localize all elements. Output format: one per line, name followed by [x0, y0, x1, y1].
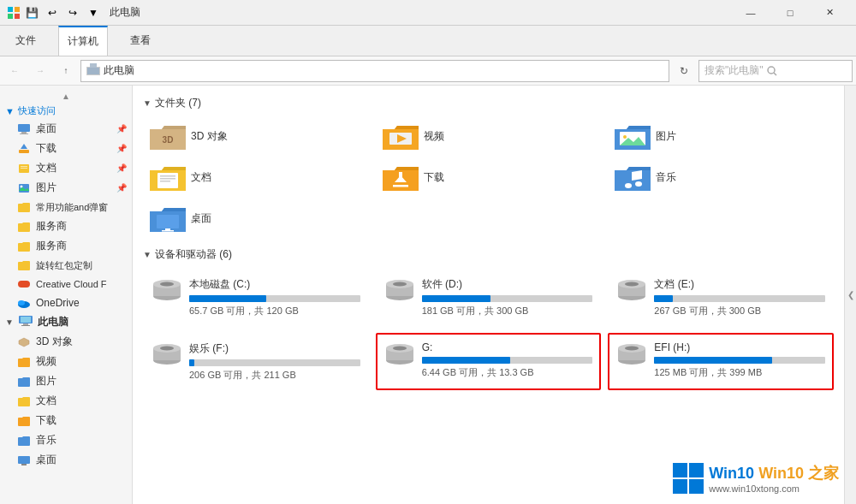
svg-rect-10 — [21, 132, 27, 133]
sidebar-item-pictures[interactable]: 图片 📌 — [0, 178, 132, 198]
svg-point-64 — [160, 282, 174, 287]
folder-pictures[interactable]: 图片 — [608, 117, 834, 155]
sidebar-item-music-label: 音乐 — [36, 433, 56, 448]
sidebar-item-vendor2[interactable]: 服务商 — [0, 236, 132, 256]
doc-folder-icon — [17, 394, 31, 408]
sidebar-quick-access-header[interactable]: ▼ 快速访问 — [0, 103, 132, 119]
undo-qat-btn[interactable]: ↩ — [43, 3, 62, 22]
sidebar-item-video[interactable]: 视频 — [0, 352, 132, 371]
ribbon-tab-file[interactable]: 文件 — [7, 26, 45, 56]
drive-d-name: 软件 (D:) — [422, 277, 593, 292]
sidebar-item-downloads[interactable]: 下载 📌 — [0, 139, 132, 158]
sidebar-item-creative-cloud[interactable]: Creative Cloud F — [0, 275, 132, 294]
drive-d[interactable]: 软件 (D:) 181 GB 可用，共 300 GB — [376, 269, 602, 326]
folder-video-icon — [383, 122, 417, 150]
sidebar-item-doc[interactable]: 文档 — [0, 391, 132, 411]
ribbon: 文件 计算机 查看 — [0, 26, 856, 56]
folder-video[interactable]: 视频 — [376, 117, 602, 155]
qat-more-btn[interactable]: ▼ — [84, 3, 103, 22]
close-button[interactable]: ✕ — [810, 0, 849, 26]
svg-rect-9 — [18, 124, 30, 132]
folder-music-icon — [615, 163, 649, 191]
drive-d-bar-fill — [422, 295, 490, 302]
drive-e-bar-bg — [654, 295, 825, 302]
drive-g[interactable]: G: 6.44 GB 可用，共 13.3 GB — [376, 333, 602, 390]
ribbon-tab-computer[interactable]: 计算机 — [58, 26, 108, 56]
pin-icon: 📌 — [116, 124, 127, 133]
address-box[interactable]: 此电脑 — [80, 60, 669, 82]
drive-f-size: 206 GB 可用，共 211 GB — [189, 369, 360, 382]
folder-downloads[interactable]: 下载 — [376, 158, 602, 196]
svg-point-80 — [393, 347, 407, 351]
watermark-brand: Win10 Win10 之家 — [709, 463, 839, 483]
folder-music[interactable]: 音乐 — [608, 158, 834, 196]
drive-f-icon — [152, 341, 182, 365]
sidebar-item-common[interactable]: 常用功能and弹窗 — [0, 198, 132, 216]
folder-music-name: 音乐 — [656, 170, 676, 185]
dl-folder-icon — [17, 414, 31, 428]
sidebar-item-doc-label: 文档 — [36, 394, 56, 408]
sidebar-item-documents[interactable]: 文档 📌 — [0, 158, 132, 178]
sidebar-item-desktop2[interactable]: 桌面 — [0, 450, 132, 470]
drive-c-bar-fill — [189, 295, 266, 302]
sidebar-item-rotate[interactable]: 旋转红包定制 — [0, 256, 132, 275]
drive-f[interactable]: 娱乐 (F:) 206 GB 可用，共 211 GB — [143, 333, 369, 390]
folder-3d[interactable]: 3D 3D 对象 — [143, 117, 369, 155]
svg-rect-0 — [8, 7, 13, 12]
drive-h[interactable]: EFI (H:) 125 MB 可用，共 399 MB — [608, 333, 834, 390]
sidebar-item-desktop[interactable]: 桌面 📌 — [0, 119, 132, 139]
folder-desktop-name: 桌面 — [191, 211, 211, 226]
drive-d-size: 181 GB 可用，共 300 GB — [422, 305, 593, 317]
drive-g-size: 6.44 GB 可用，共 13.3 GB — [422, 366, 593, 379]
folder-icon-vendor2 — [17, 240, 31, 253]
svg-rect-27 — [21, 325, 30, 326]
ribbon-tab-view[interactable]: 查看 — [122, 26, 159, 56]
search-box[interactable]: 搜索"此电脑" — [698, 60, 853, 82]
minimize-button[interactable]: — — [731, 0, 770, 26]
sidebar-item-music[interactable]: 音乐 — [0, 430, 132, 450]
drive-c[interactable]: 本地磁盘 (C:) 65.7 GB 可用，共 120 GB — [143, 269, 369, 326]
svg-rect-2 — [8, 14, 13, 19]
svg-rect-25 — [21, 317, 31, 323]
documents-icon — [17, 162, 31, 175]
pin-icon-pic: 📌 — [116, 183, 127, 193]
svg-marker-34 — [383, 126, 419, 129]
save-qat-btn[interactable]: 💾 — [22, 3, 41, 22]
drive-h-icon — [616, 341, 647, 365]
app-icon — [7, 6, 21, 20]
svg-rect-3 — [15, 14, 20, 19]
chevron-pc: ▼ — [5, 317, 14, 327]
maximize-button[interactable]: □ — [770, 0, 810, 26]
forward-button[interactable]: → — [29, 60, 51, 82]
sidebar-item-desktop-label: 桌面 — [36, 122, 56, 136]
sidebar-item-vendor1[interactable]: 服务商 — [0, 216, 132, 236]
drive-g-bar-bg — [422, 357, 593, 364]
svg-point-68 — [393, 282, 407, 287]
up-button[interactable]: ↑ — [55, 60, 77, 82]
redo-qat-btn[interactable]: ↪ — [63, 3, 82, 22]
folder-desktop[interactable]: 桌面 — [143, 199, 369, 237]
drive-h-name: EFI (H:) — [654, 341, 825, 353]
sidebar-item-onedrive[interactable]: OneDrive — [0, 294, 132, 312]
sidebar-scroll-up[interactable]: ▲ — [0, 89, 132, 103]
quick-access-label: 快速访问 — [18, 104, 56, 117]
sidebar-item-pic[interactable]: 图片 — [0, 371, 132, 391]
svg-rect-87 — [673, 479, 687, 494]
creative-cloud-icon — [17, 277, 31, 291]
drive-h-size: 125 MB 可用，共 399 MB — [654, 366, 825, 379]
sidebar-item-documents-label: 文档 — [36, 161, 56, 175]
folder-pictures-icon — [615, 122, 649, 150]
sidebar-item-dl2[interactable]: 下载 — [0, 411, 132, 430]
refresh-button[interactable]: ↻ — [673, 60, 695, 82]
back-button[interactable]: ← — [3, 60, 26, 82]
devices-header-text: 设备和驱动器 (6) — [155, 247, 232, 262]
folder-documents[interactable]: 文档 — [143, 158, 369, 196]
sidebar-item-3d[interactable]: 3D 对象 — [0, 332, 132, 352]
svg-rect-45 — [160, 178, 175, 180]
sidebar-item-this-pc[interactable]: ▼ 此电脑 — [0, 312, 132, 332]
svg-rect-1 — [15, 7, 20, 12]
drive-e-size: 267 GB 可用，共 300 GB — [654, 305, 825, 317]
folder-documents-icon — [150, 163, 184, 191]
drive-e[interactable]: 文档 (E:) 267 GB 可用，共 300 GB — [608, 269, 834, 326]
right-collapse-handle[interactable]: ❮ — [844, 86, 856, 504]
